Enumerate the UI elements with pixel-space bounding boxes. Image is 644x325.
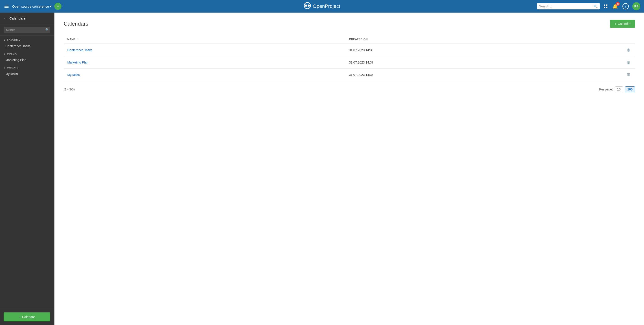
svg-rect-6 [606,7,608,8]
add-calendar-main-label: Calendar [618,22,630,26]
sidebar-add-calendar-label: Calendar [22,315,35,319]
notifications-button[interactable]: 🔔 22 [612,3,619,10]
plus-icon-main: + [614,22,616,26]
sidebar-item-conference-tasks[interactable]: Conference Tasks [0,42,54,50]
chevron-up-icon: ▲ [4,38,6,41]
sidebar-search-icon: 🔍 [45,28,49,32]
search-icon: 🔍 [594,4,598,8]
help-icon: ? [622,3,629,10]
column-header-actions [622,35,635,44]
sidebar-section-favorite[interactable]: ▲ FAVORITE [0,36,54,42]
sidebar-section-private-label: PRIVATE [7,66,18,69]
sidebar-item-my-tasks[interactable]: My tasks [0,70,54,78]
global-search-box[interactable]: 🔍 [537,3,600,10]
sidebar-section-private[interactable]: ▲ PRIVATE [0,64,54,70]
delete-calendar-button[interactable] [626,72,632,78]
chevron-up-icon-private: ▲ [4,66,6,69]
sidebar-item-marketing-plan[interactable]: Marketing Plan [0,56,54,64]
per-page-100[interactable]: 100 [625,86,635,92]
calendars-table: NAME ↑ CREATED ON Conference Tasks 31.07… [64,35,635,81]
sidebar-section-public-label: PUBLIC [7,52,17,55]
sidebar-section-favorite-label: FAVORITE [7,38,20,41]
hamburger-icon [4,5,8,8]
user-avatar[interactable]: PS [632,2,640,10]
table-row: My tasks 31.07.2023 14:36 [64,69,635,81]
back-arrow-icon: ← [4,16,7,20]
svg-rect-5 [604,7,605,8]
hamburger-menu-button[interactable] [4,4,10,9]
plus-icon: + [19,315,21,319]
calendar-name-cell: My tasks [64,69,345,81]
calendar-actions-cell [622,44,635,56]
sidebar-add-calendar-button[interactable]: + Calendar [4,312,50,322]
table-footer: (1 - 3/3) Per page: 10 100 [64,83,635,96]
calendar-created-on-cell: 31.07.2023 14:37 [345,56,622,69]
created-on-column-label: CREATED ON [349,38,368,41]
global-search-input[interactable] [539,4,592,8]
sidebar: ← Calendars 🔍 ▲ FAVORITE Conference Task… [0,12,54,325]
sidebar-section-public[interactable]: ▲ PUBLIC [0,50,54,56]
calendar-name-link[interactable]: My tasks [67,73,80,76]
calendar-name-cell: Conference Tasks [64,44,345,56]
table-row: Conference Tasks 31.07.2023 14:36 [64,44,635,56]
logo-area: OpenProject [304,2,340,11]
calendar-created-on-cell: 31.07.2023 14:36 [345,44,622,56]
page-title: Calendars [64,21,88,27]
notification-badge: 22 [616,2,620,6]
column-header-name[interactable]: NAME ↑ [64,35,345,44]
calendar-name-link[interactable]: Marketing Plan [67,60,88,64]
sidebar-back-button[interactable]: ← [4,16,7,20]
per-page-area: Per page: 10 100 [599,86,635,92]
trash-icon [626,60,630,64]
delete-calendar-button[interactable] [626,47,632,53]
sort-indicator: ↑ [78,38,79,41]
delete-calendar-button[interactable] [626,60,632,65]
per-page-label: Per page: [599,88,613,91]
project-name-label: Open source conference [12,4,49,8]
sidebar-header: ← Calendars [0,12,54,24]
project-selector-button[interactable]: Open source conference ▾ [12,4,52,8]
grid-icon [604,4,608,8]
main-content: Calendars + Calendar NAME ↑ CREATED ON [55,12,644,325]
calendar-name-link[interactable]: Conference Tasks [67,48,92,52]
sidebar-footer: + Calendar [0,308,54,325]
table-row: Marketing Plan 31.07.2023 14:37 [64,56,635,69]
app-body: ← Calendars 🔍 ▲ FAVORITE Conference Task… [0,12,644,325]
grid-menu-button[interactable] [602,3,609,10]
sidebar-search-area: 🔍 [0,24,54,36]
help-button[interactable]: ? [622,2,630,10]
name-column-label: NAME [67,38,76,41]
top-navigation: Open source conference ▾ + OpenProject 🔍 [0,0,644,12]
add-calendar-main-button[interactable]: + Calendar [610,20,635,28]
svg-rect-3 [604,4,605,6]
chevron-down-icon: ▾ [50,4,52,8]
sidebar-title: Calendars [10,16,26,20]
column-header-created-on: CREATED ON [345,35,622,44]
chevron-up-icon-public: ▲ [4,52,6,55]
svg-rect-4 [606,4,608,6]
pagination-info: (1 - 3/3) [64,88,75,91]
sidebar-search-input[interactable] [6,28,44,32]
logo-icon [304,2,311,11]
trash-icon [626,48,630,52]
calendar-actions-cell [622,56,635,69]
svg-point-2 [308,4,310,7]
add-project-button[interactable]: + [54,3,62,10]
calendar-created-on-cell: 31.07.2023 14:36 [345,69,622,81]
calendar-actions-cell [622,69,635,81]
trash-icon [626,73,630,77]
main-header: Calendars + Calendar [64,20,635,28]
svg-point-1 [305,4,307,7]
per-page-10[interactable]: 10 [614,86,623,92]
calendar-name-cell: Marketing Plan [64,56,345,69]
app-title: OpenProject [313,3,340,9]
